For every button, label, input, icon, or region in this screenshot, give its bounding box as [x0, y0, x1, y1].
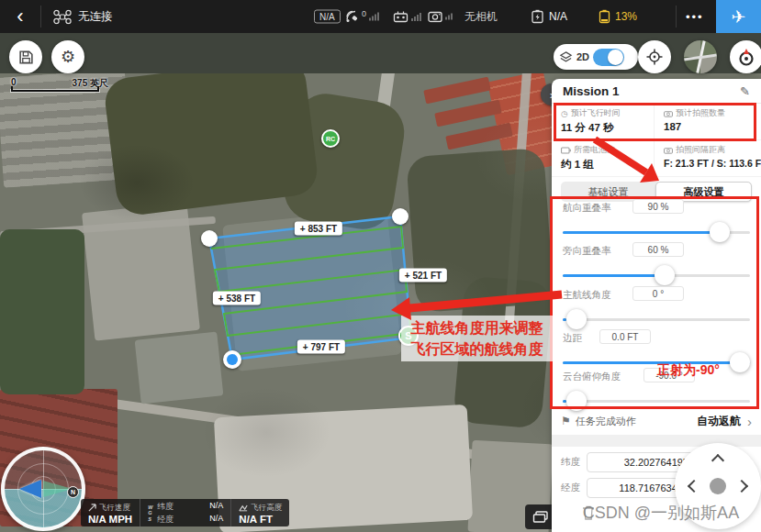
toggle-knob [608, 50, 623, 65]
gps-signal-bars [369, 13, 379, 21]
setting-value-field[interactable]: 0.0 FT [599, 329, 651, 344]
camera-icon [428, 11, 442, 23]
compass-reset-button[interactable] [730, 40, 761, 73]
setting-value-field[interactable]: 90 % [632, 199, 684, 214]
finish-action-row[interactable]: ⚑ 任务完成动作 自动返航 › [552, 409, 761, 433]
app-screen: S RC + 853 FT + 521 FT + 538 FT + 797 FT… [0, 0, 761, 532]
camera-status-text: 无相机 [464, 9, 498, 25]
speed-section: 飞行速度 N/A MPH [81, 499, 140, 526]
takeoff-button[interactable]: ✈ [716, 0, 761, 33]
remote-controller-icon [393, 10, 408, 23]
divider [676, 6, 677, 28]
lat-value: N/A [209, 501, 223, 513]
side-overlap-slider[interactable] [563, 265, 750, 285]
2d-toggle-switch[interactable] [593, 49, 624, 66]
stat-label: 预计飞行时间 [571, 107, 621, 119]
stat-value: F: 21.3 FT / S: 113.6 FT [664, 158, 761, 169]
clock-icon: ◷ [561, 109, 568, 118]
stat-flight-time: ◷预计飞行时间 11 分 47 秒 [552, 104, 655, 140]
selected-dot [227, 354, 238, 365]
nudge-left-button[interactable] [688, 480, 700, 493]
map-type-button[interactable] [684, 40, 717, 73]
setting-value-field[interactable]: -90.0 ° [643, 368, 695, 382]
stat-photo-count: 预计拍照数量 187 [655, 104, 761, 140]
save-icon [18, 50, 34, 65]
more-menu-button[interactable]: ••• [686, 10, 704, 24]
save-mission-button[interactable] [9, 40, 42, 73]
slider-thumb[interactable] [730, 352, 750, 372]
flight-mode-badge: N/A [314, 10, 341, 24]
gimbal-pitch-slider[interactable] [563, 391, 750, 411]
finish-action-label: 任务完成动作 [576, 415, 692, 428]
satellite-icon [345, 10, 360, 24]
lat-label: 纬度 [157, 501, 173, 513]
altitude-icon [239, 504, 248, 512]
polygon-corner-handle-selected[interactable] [223, 350, 241, 369]
mission-header: Mission 1 ✎ [552, 79, 761, 104]
plane-icon: ✈ [732, 6, 746, 28]
dpad-center[interactable] [710, 478, 726, 494]
speed-value: N/A MPH [88, 514, 132, 525]
mission-settings-button[interactable]: ⚙ [51, 40, 84, 73]
route-angle-slider[interactable] [563, 309, 750, 329]
speed-icon [88, 504, 96, 512]
setting-value-field[interactable]: 0 ° [632, 286, 684, 301]
status-bar: ‹ 无连接 N/A 0 无相机 N/A [0, 0, 761, 33]
nudge-right-button[interactable] [735, 480, 748, 493]
slider-thumb[interactable] [566, 309, 587, 329]
setting-label: 云台俯仰角度 [563, 371, 621, 383]
more-icon: ••• [686, 10, 704, 24]
layers-stack-icon [532, 510, 549, 524]
edit-mission-icon[interactable]: ✎ [740, 84, 750, 98]
altitude-section: 飞行高度 N/A FT [230, 499, 289, 526]
lng-label: 经度 [157, 514, 173, 526]
latitude-label: 纬度 [561, 456, 587, 469]
altitude-value: N/A FT [239, 514, 282, 525]
setting-value-field[interactable]: 60 % [632, 242, 684, 257]
setting-label: 主航线角度 [563, 289, 611, 302]
start-marker-label: S [405, 330, 411, 341]
setting-label: 航向重叠率 [563, 202, 611, 215]
stat-value: 187 [664, 121, 761, 132]
mission-stats: ◷预计飞行时间 11 分 47 秒 预计拍照数量 187 所需电池数 约 1 组… [552, 104, 761, 177]
nudge-up-button[interactable] [711, 454, 724, 467]
rc-signal[interactable] [393, 10, 421, 23]
map-scale: 0 375 英尺 [11, 77, 103, 95]
stat-value: 11 分 47 秒 [561, 121, 654, 135]
drone-icon [53, 9, 72, 24]
route-start-marker[interactable]: S [398, 326, 419, 346]
back-button[interactable]: ‹ [0, 6, 40, 27]
telemetry-bar: 飞行速度 N/A MPH WGS 纬度N/A 经度N/A 飞行高度 N/A FT [81, 499, 289, 526]
rc-marker-label: RC [326, 136, 335, 142]
gear-icon: ⚙ [61, 47, 75, 67]
course-overlap-slider[interactable] [563, 222, 750, 242]
rc-location-marker[interactable]: RC [321, 129, 340, 148]
camera-signal-bars [445, 14, 453, 20]
polygon-corner-handle[interactable] [392, 208, 408, 225]
battery-icon [561, 147, 571, 154]
setting-label: 旁向重叠率 [563, 245, 611, 258]
aircraft-battery-status[interactable]: N/A [531, 9, 567, 24]
tablet-battery-value: 13% [615, 10, 637, 23]
polygon-corner-handle[interactable] [201, 230, 218, 247]
back-icon: ‹ [17, 6, 23, 27]
map-2d-toggle-pill: 2D [554, 44, 638, 70]
aircraft-status: 无连接 [53, 9, 113, 25]
tablet-battery-status[interactable]: 13% [599, 9, 637, 24]
wgs-label: WGS [148, 504, 152, 521]
slider-thumb[interactable] [566, 391, 587, 411]
lng-value: N/A [209, 514, 223, 526]
slider-thumb[interactable] [655, 265, 675, 285]
gps-status[interactable]: 0 [345, 10, 379, 24]
edge-distance-label: + 853 FT [295, 222, 342, 236]
finish-action-value: 自动返航 [697, 414, 741, 429]
watermark: CSDN @一别如斯AA [565, 502, 757, 524]
scale-line [11, 90, 99, 92]
camera-signal[interactable] [428, 11, 453, 23]
chevron-right-icon: › [747, 414, 752, 429]
locate-button[interactable] [638, 40, 671, 73]
mission-title: Mission 1 [563, 84, 740, 98]
stat-value: 约 1 组 [561, 158, 654, 172]
slider-thumb[interactable] [710, 222, 730, 242]
tablet-battery-icon [599, 9, 610, 24]
